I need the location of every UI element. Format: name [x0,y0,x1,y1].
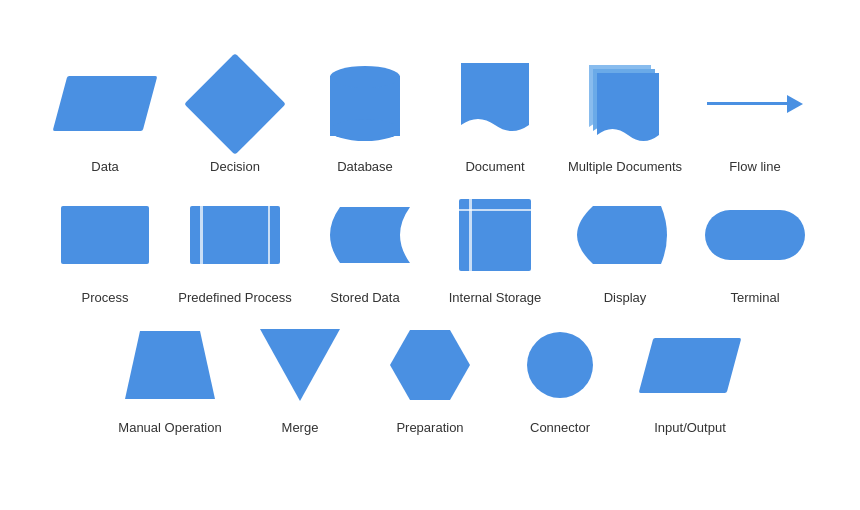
cyl-bottom [330,119,400,141]
item-decision: Decision [170,59,300,180]
item-display: Display [560,190,690,311]
shape-connector [527,332,593,398]
shape-flowline [707,95,803,113]
multi-doc-svg [585,65,665,151]
label-predefined: Predefined Process [178,290,291,307]
item-merge: Merge [235,320,365,441]
shape-manual-svg [125,331,215,399]
item-multi-doc: Multiple Documents [560,59,690,180]
item-terminal: Terminal [690,190,820,311]
label-io: Input/Output [654,420,726,437]
shape-internal-wrap [459,190,531,280]
label-database: Database [337,159,393,176]
item-manual: Manual Operation [105,320,235,441]
shape-multi-doc-wrap [585,59,665,149]
item-preparation: Preparation [365,320,495,441]
item-database: Database [300,59,430,180]
item-process: Process [40,190,170,311]
cyl-top [330,66,400,88]
shape-preparation-svg [390,330,470,400]
shape-io [639,338,742,393]
label-process: Process [82,290,129,307]
label-data: Data [91,159,118,176]
item-io: Input/Output [625,320,755,441]
svg-marker-2 [390,330,470,400]
item-stored: Stored Data [300,190,430,311]
shape-process-wrap [61,190,149,280]
shape-merge-svg [260,329,340,401]
item-connector: Connector [495,320,625,441]
shape-data-wrap [60,59,150,149]
label-stored: Stored Data [330,290,399,307]
shape-predefined-wrap [190,190,280,280]
row-1: Data Decision Database [0,59,860,180]
shape-document-wrap [461,59,529,149]
label-manual: Manual Operation [118,420,221,437]
shape-terminal-wrap [705,190,805,280]
label-multi-doc: Multiple Documents [568,159,682,176]
shape-connector-wrap [527,320,593,410]
shape-database-wrap [330,59,400,149]
svg-marker-1 [260,329,340,401]
shape-internal [459,199,531,271]
label-connector: Connector [530,420,590,437]
shape-preparation-wrap [390,320,470,410]
shape-display-wrap [577,190,673,280]
shape-process [61,206,149,264]
row-3: Manual Operation Merge Preparation [0,320,860,441]
item-internal: Internal Storage [430,190,560,311]
shape-multi-doc [585,65,665,143]
shape-manual-wrap [125,320,215,410]
item-predefined: Predefined Process [170,190,300,311]
shape-flowline-wrap [707,59,803,149]
label-preparation: Preparation [396,420,463,437]
label-merge: Merge [282,420,319,437]
shape-display-svg [577,206,673,264]
item-document: Document [430,59,560,180]
shape-predefined [190,206,280,264]
flowline-arrow [787,95,803,113]
shape-terminal [705,210,805,260]
item-data: Data [40,59,170,180]
shape-data [53,76,158,131]
item-flowline: Flow line [690,59,820,180]
shape-io-wrap [646,320,734,410]
label-flowline: Flow line [729,159,780,176]
label-terminal: Terminal [730,290,779,307]
svg-marker-0 [125,331,215,399]
shape-decision [184,53,286,155]
label-internal: Internal Storage [449,290,542,307]
label-display: Display [604,290,647,307]
row-2: Process Predefined Process Stored Data I… [0,190,860,311]
label-document: Document [465,159,524,176]
flowline-line [707,102,787,105]
shape-database [330,66,400,141]
label-decision: Decision [210,159,260,176]
flowchart-reference: Data Decision Database [0,49,860,462]
shape-stored-wrap [320,190,410,280]
shape-decision-wrap [199,59,271,149]
shape-merge-wrap [260,320,340,410]
shape-document-svg [461,63,529,145]
shape-stored-svg [320,207,410,263]
